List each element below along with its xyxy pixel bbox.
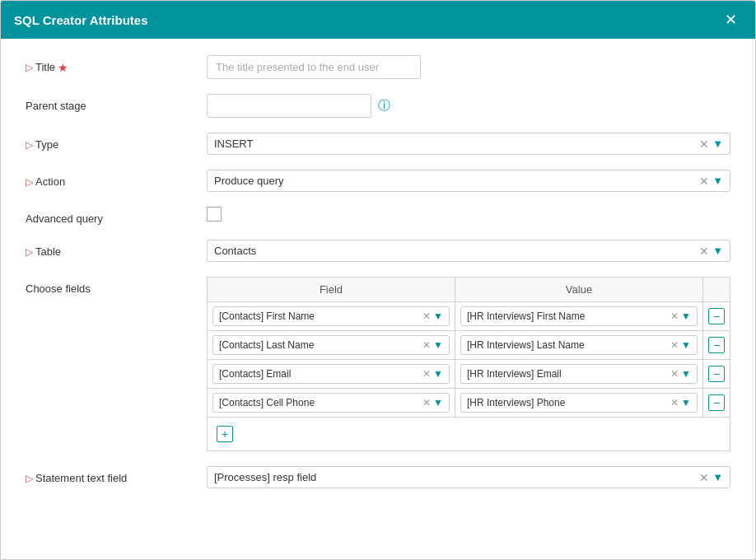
value-cell-3: [HR Interviews] Phone ✕ ▼ xyxy=(455,389,702,418)
value-cell-0: [HR Interviews] First Name ✕ ▼ xyxy=(455,302,702,331)
add-field-button[interactable]: + xyxy=(217,426,233,442)
type-arrow-icon[interactable]: ▼ xyxy=(712,138,723,150)
value-select-value-0: [HR Interviews] First Name xyxy=(467,310,670,322)
table-row: [Contacts] First Name ✕ ▼ [HR Interviews… xyxy=(208,302,730,331)
parent-stage-input[interactable] xyxy=(207,94,371,118)
title-label: ▷ Title ★ xyxy=(26,55,207,74)
table-arrow-icon[interactable]: ▼ xyxy=(712,245,723,257)
type-select-value: INSERT xyxy=(214,138,699,150)
table-select[interactable]: Contacts ✕ ▼ xyxy=(207,240,730,262)
field-arrow-icon-1[interactable]: ▼ xyxy=(433,339,443,351)
field-clear-icon-2[interactable]: ✕ xyxy=(422,369,431,379)
table-row: [Contacts] Email ✕ ▼ [HR Interviews] Ema… xyxy=(208,360,730,389)
action-cell-1: − xyxy=(703,331,730,360)
field-arrow-icon-2[interactable]: ▼ xyxy=(433,368,443,380)
field-cell-2: [Contacts] Email ✕ ▼ xyxy=(208,360,455,389)
value-select-0[interactable]: [HR Interviews] First Name ✕ ▼ xyxy=(460,306,698,326)
field-arrow-icon-0[interactable]: ▼ xyxy=(433,310,443,322)
title-field-wrapper xyxy=(207,55,730,79)
remove-row-button-0[interactable]: − xyxy=(708,308,725,324)
table-select-value: Contacts xyxy=(214,245,699,257)
value-arrow-icon-1[interactable]: ▼ xyxy=(681,339,691,351)
value-clear-icon-2[interactable]: ✕ xyxy=(670,369,679,379)
statement-text-select-actions: ✕ ▼ xyxy=(699,471,723,483)
title-required: ★ xyxy=(58,61,68,74)
field-select-actions-3: ✕ ▼ xyxy=(422,397,443,408)
advanced-query-checkbox[interactable] xyxy=(207,207,222,222)
choose-fields-row: Choose fields Field Value xyxy=(26,277,730,451)
value-clear-icon-3[interactable]: ✕ xyxy=(670,398,679,408)
advanced-query-row: Advanced query xyxy=(26,207,730,225)
value-select-value-2: [HR Interviews] Email xyxy=(467,368,670,380)
field-select-3[interactable]: [Contacts] Cell Phone ✕ ▼ xyxy=(212,393,450,413)
action-arrow-icon[interactable]: ▼ xyxy=(712,175,723,187)
action-select-value: Produce query xyxy=(214,175,699,187)
value-arrow-icon-3[interactable]: ▼ xyxy=(681,397,691,408)
dialog-body: ▷ Title ★ Parent stage ⓘ ▷ Type xyxy=(1,39,755,559)
close-button[interactable]: ✕ xyxy=(720,11,742,29)
col-field-header: Field xyxy=(208,278,455,302)
value-select-value-1: [HR Interviews] Last Name xyxy=(467,339,670,351)
type-select[interactable]: INSERT ✕ ▼ xyxy=(207,133,730,155)
statement-text-select-value: [Processes] resp field xyxy=(214,471,699,483)
action-cell-0: − xyxy=(703,302,730,331)
action-cell-2: − xyxy=(703,360,730,389)
value-select-actions-2: ✕ ▼ xyxy=(670,368,691,380)
field-select-2[interactable]: [Contacts] Email ✕ ▼ xyxy=(212,364,450,384)
value-select-actions-1: ✕ ▼ xyxy=(670,339,691,351)
field-clear-icon-1[interactable]: ✕ xyxy=(422,340,431,350)
table-select-actions: ✕ ▼ xyxy=(699,245,723,257)
statement-text-select[interactable]: [Processes] resp field ✕ ▼ xyxy=(207,466,730,488)
title-input[interactable] xyxy=(207,55,421,79)
field-clear-icon-3[interactable]: ✕ xyxy=(422,398,431,408)
value-arrow-icon-0[interactable]: ▼ xyxy=(681,310,691,322)
table-field-wrapper: Contacts ✕ ▼ xyxy=(207,240,730,262)
field-cell-1: [Contacts] Last Name ✕ ▼ xyxy=(208,331,455,360)
remove-row-button-3[interactable]: − xyxy=(708,394,725,411)
value-arrow-icon-2[interactable]: ▼ xyxy=(681,368,691,380)
field-select-actions-0: ✕ ▼ xyxy=(422,310,443,322)
action-label: ▷ Action xyxy=(26,170,207,188)
table-row: ▷ Table Contacts ✕ ▼ xyxy=(26,240,730,262)
value-select-actions-0: ✕ ▼ xyxy=(670,310,691,322)
table-clear-icon[interactable]: ✕ xyxy=(699,245,709,257)
title-row: ▷ Title ★ xyxy=(26,55,730,79)
title-flag-icon: ▷ xyxy=(26,62,33,73)
value-clear-icon-0[interactable]: ✕ xyxy=(670,311,679,321)
info-icon[interactable]: ⓘ xyxy=(378,98,390,114)
type-clear-icon[interactable]: ✕ xyxy=(699,138,709,150)
type-select-actions: ✕ ▼ xyxy=(699,138,723,150)
dialog-title: SQL Creator Attributes xyxy=(14,13,148,27)
value-select-1[interactable]: [HR Interviews] Last Name ✕ ▼ xyxy=(460,335,698,355)
action-field-wrapper: Produce query ✕ ▼ xyxy=(207,170,730,192)
action-flag-icon: ▷ xyxy=(26,176,33,188)
field-clear-icon-0[interactable]: ✕ xyxy=(422,311,431,321)
fields-table-section: Field Value [Contacts] First Name ✕ ▼ xyxy=(207,277,730,451)
remove-row-button-1[interactable]: − xyxy=(708,337,725,353)
statement-text-field-wrapper: [Processes] resp field ✕ ▼ xyxy=(207,466,730,488)
field-arrow-icon-3[interactable]: ▼ xyxy=(433,397,443,408)
value-cell-2: [HR Interviews] Email ✕ ▼ xyxy=(455,360,702,389)
remove-row-button-2[interactable]: − xyxy=(708,366,725,382)
statement-text-field-row: ▷ Statement text field [Processes] resp … xyxy=(26,466,730,488)
add-row-cell: + xyxy=(208,418,730,451)
col-action-header xyxy=(703,278,730,302)
parent-stage-field-wrapper: ⓘ xyxy=(207,94,730,118)
table-row: [Contacts] Last Name ✕ ▼ [HR Interviews]… xyxy=(208,331,730,360)
advanced-query-field-wrapper xyxy=(207,207,730,224)
action-row: ▷ Action Produce query ✕ ▼ xyxy=(26,170,730,192)
table-label: ▷ Table xyxy=(26,240,207,258)
field-cell-3: [Contacts] Cell Phone ✕ ▼ xyxy=(208,389,455,418)
type-flag-icon: ▷ xyxy=(26,139,33,151)
type-label: ▷ Type xyxy=(26,133,207,151)
value-clear-icon-1[interactable]: ✕ xyxy=(670,340,679,350)
statement-text-clear-icon[interactable]: ✕ xyxy=(699,472,709,483)
statement-text-arrow-icon[interactable]: ▼ xyxy=(712,471,723,483)
field-select-0[interactable]: [Contacts] First Name ✕ ▼ xyxy=(212,306,450,326)
action-cell-3: − xyxy=(703,389,730,418)
value-select-3[interactable]: [HR Interviews] Phone ✕ ▼ xyxy=(460,393,698,413)
action-clear-icon[interactable]: ✕ xyxy=(699,175,709,187)
action-select[interactable]: Produce query ✕ ▼ xyxy=(207,170,730,192)
field-select-1[interactable]: [Contacts] Last Name ✕ ▼ xyxy=(212,335,450,355)
value-select-2[interactable]: [HR Interviews] Email ✕ ▼ xyxy=(460,364,698,384)
